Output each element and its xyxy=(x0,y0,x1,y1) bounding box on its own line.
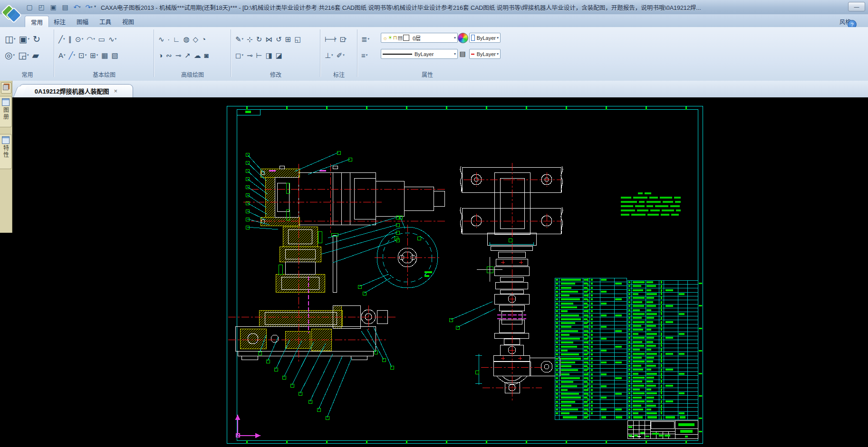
app-logo-icon[interactable] xyxy=(2,3,20,23)
qat-icon-glyph: ▤ xyxy=(62,3,68,11)
wave-line-icon[interactable]: ∾ xyxy=(165,51,173,59)
copy-icon[interactable]: ◫▾ xyxy=(4,34,16,44)
undo-icon[interactable]: ↶ ▾ xyxy=(72,2,82,12)
line-icon[interactable]: ╱▾ xyxy=(58,35,66,43)
cad-drawing[interactable] xyxy=(0,97,868,447)
polyline-icon[interactable]: ⊸ xyxy=(175,51,182,59)
arm-view-geometry xyxy=(460,166,563,393)
break-icon[interactable]: ◨ xyxy=(265,51,273,59)
move-icon[interactable]: ⊹ xyxy=(246,35,253,43)
rotate-icon[interactable]: ↺ xyxy=(275,35,282,43)
group-gaojihuitu: ∿∙∟◍◇◔ ◑∾⊸↗☁◙ 高级绘图 xyxy=(154,27,231,80)
sketch-line-icon[interactable]: ╱▾ xyxy=(68,51,76,59)
arc-icon[interactable]: ◠▾ xyxy=(86,35,96,43)
dropdown-arrow-icon: ▾ xyxy=(241,53,243,57)
partial-circle-icon[interactable]: ◑ xyxy=(158,51,163,59)
group-xiugai: ✎▾⊹↻⋈↺⊞◱ ◻▾⊸⊢◨◪ 修改 xyxy=(231,27,320,80)
linetype-value: ByLayer xyxy=(415,51,434,57)
drawing-canvas-area[interactable] xyxy=(0,97,868,447)
polygon-icon[interactable]: ◇ xyxy=(193,35,199,43)
detail-view-icon[interactable]: ▧ xyxy=(111,51,118,59)
trim-icon[interactable]: ⊸ xyxy=(246,51,253,59)
hatch-icon[interactable]: ▦ xyxy=(101,51,108,59)
panel-tool-icon[interactable] xyxy=(1,82,11,94)
layer-freeze-icon: ☀ xyxy=(388,35,393,41)
color-wheel-icon[interactable] xyxy=(458,33,468,43)
linetype-icon[interactable]: ≡▾ xyxy=(361,51,368,59)
redo-icon[interactable]: ↷ ▾ xyxy=(84,2,94,12)
extend-icon[interactable]: ⊢ xyxy=(256,51,263,59)
parts-list-tables xyxy=(555,278,698,419)
layer-combobox[interactable]: ☼ ☀ ⊓ ▤ 0层 ▾ xyxy=(381,33,458,43)
rectangle-icon[interactable]: ▭ xyxy=(98,35,106,43)
chevron-down-icon: ▾ xyxy=(453,52,456,56)
block-icon[interactable]: ⊡▾ xyxy=(78,51,87,59)
insert-doc-icon[interactable]: ◲▾ xyxy=(18,50,29,60)
group-divider xyxy=(154,29,154,77)
qat-icon-glyph: ◰ xyxy=(38,3,44,11)
qat-customize-arrow[interactable]: ▾ xyxy=(94,4,96,9)
dim-style-icon[interactable]: ⊥▾ xyxy=(324,51,334,59)
copy-object-icon[interactable]: ↻ xyxy=(256,35,263,43)
lineweight-value: ByLayer xyxy=(477,51,496,57)
gear-icon[interactable]: ◙ xyxy=(204,51,209,59)
circle-icon[interactable]: ⊙▾ xyxy=(75,35,84,43)
hatched-sections xyxy=(240,169,342,351)
cloud-line-icon[interactable]: ☁ xyxy=(193,51,202,59)
arrow-icon[interactable]: ↗ xyxy=(184,51,191,59)
ribbon-tab-tufu[interactable]: 图幅 xyxy=(71,16,94,27)
stretch-icon[interactable]: ◻▾ xyxy=(235,51,244,59)
dimension-icon[interactable]: ⊢⊣▾ xyxy=(324,35,337,43)
ribbon-tab-shitu[interactable]: 视图 xyxy=(116,16,140,27)
ribbon-tab-gongju[interactable]: 工具 xyxy=(94,16,117,27)
print-icon[interactable]: ▤ xyxy=(60,2,70,12)
dropdown-arrow-icon: ▾ xyxy=(13,53,15,57)
lineweight-preview xyxy=(471,54,474,55)
paste-icon[interactable]: ▣▾ xyxy=(18,34,29,44)
spline-icon[interactable]: ∿▾ xyxy=(108,35,117,43)
scale-icon[interactable]: ◱ xyxy=(294,35,301,43)
ellipse-icon[interactable]: ◍ xyxy=(183,35,190,43)
curve-icon[interactable]: ∿ xyxy=(158,35,165,43)
group-label: 常用 xyxy=(1,70,54,78)
ribbon-tab-biaozhu[interactable]: 标注 xyxy=(48,16,71,27)
open-file-icon[interactable]: ◰ xyxy=(37,2,46,12)
panel-tab-tuce[interactable]: 图册 xyxy=(0,96,12,127)
tolerance-icon[interactable]: ⊡▾ xyxy=(339,35,347,43)
new-file-icon[interactable]: ▢ xyxy=(25,2,34,12)
qat-icon-glyph: ▣ xyxy=(50,3,56,11)
group-label: 基本绘图 xyxy=(55,70,154,78)
arc-fit-icon[interactable]: ◔ xyxy=(201,35,206,43)
mirror-icon[interactable]: ⋈ xyxy=(265,35,273,43)
text-edit-icon[interactable]: ✐▾ xyxy=(336,51,345,59)
format-painter-icon[interactable]: ▰ xyxy=(32,50,40,60)
linetype-combobox[interactable]: ByLayer ▾ xyxy=(381,49,458,59)
refresh-icon[interactable]: ↻ xyxy=(32,34,41,44)
chevron-down-icon: ▾ xyxy=(496,52,499,56)
parallel-line-icon[interactable]: ∥ xyxy=(68,35,73,43)
dropdown-arrow-icon: ▾ xyxy=(79,5,81,9)
document-tab[interactable]: 0A19212焊接机器人装配图 × xyxy=(19,84,133,97)
color-swatch xyxy=(471,35,475,41)
lineweight-combobox[interactable]: ByLayer ▾ xyxy=(469,49,501,59)
library-icon[interactable]: ⊞▾ xyxy=(89,51,98,59)
style-button[interactable]: 风格 ▾ ? xyxy=(839,18,855,26)
formula-curve-icon[interactable]: ∟ xyxy=(173,35,181,43)
minimize-button[interactable]: — xyxy=(848,2,865,11)
panel-tab-texing[interactable]: 特性 xyxy=(0,134,12,169)
chamfer-icon[interactable]: ◪ xyxy=(275,51,283,59)
dropdown-arrow-icon: ▾ xyxy=(345,37,347,41)
erase-icon[interactable]: ✎▾ xyxy=(235,35,244,43)
zoom-icon[interactable]: ◎▾ xyxy=(4,50,15,60)
chevron-down-icon: ▾ xyxy=(453,36,456,40)
layers-icon[interactable]: ≣▾ xyxy=(361,35,370,43)
lineweight-icon[interactable]: ▤ xyxy=(458,49,467,58)
ribbon-tab-changyong[interactable]: 常用 xyxy=(25,16,49,28)
close-icon[interactable]: × xyxy=(114,87,118,95)
array-icon[interactable]: ⊞ xyxy=(285,35,292,43)
save-icon[interactable]: ▣ xyxy=(48,2,58,12)
color-combobox[interactable]: ByLayer ▾ xyxy=(469,33,501,43)
text-icon[interactable]: A▾ xyxy=(58,51,66,59)
point-icon[interactable]: ∙ xyxy=(167,35,170,43)
dropdown-arrow-icon: ▾ xyxy=(96,53,98,57)
